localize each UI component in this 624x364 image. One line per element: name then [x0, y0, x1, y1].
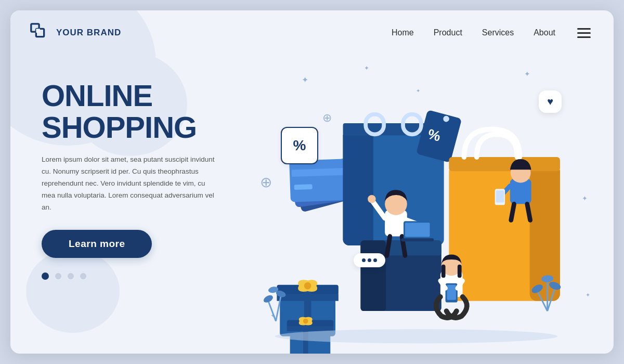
svg-rect-72 — [496, 190, 504, 202]
learn-more-button[interactable]: Learn more — [42, 230, 152, 258]
navbar: YOUR BRAND Home Product Services About — [10, 10, 614, 44]
brand-logo-icon — [29, 22, 51, 44]
svg-rect-59 — [441, 265, 446, 278]
right-panel: ✦ ✦ ✦ ✦ ✦ ✦ ✦ ⊕ ⊕ % ♥ — [250, 59, 593, 354]
nav-about[interactable]: About — [534, 28, 555, 37]
nav-home[interactable]: Home — [392, 28, 414, 37]
brand-name: YOUR BRAND — [56, 28, 121, 38]
brand: YOUR BRAND — [29, 22, 121, 44]
page-wrapper: YOUR BRAND Home Product Services About O… — [10, 10, 614, 354]
chat-bubble — [354, 253, 385, 267]
chat-dot-1 — [362, 258, 366, 262]
svg-rect-7 — [294, 184, 313, 190]
hamburger-menu[interactable] — [575, 26, 593, 40]
dot-2[interactable] — [55, 273, 61, 279]
svg-line-70 — [527, 204, 530, 220]
dot-4[interactable] — [80, 273, 86, 279]
hero-description: Lorem ipsum dolor sit amet, sea putant s… — [42, 154, 218, 214]
hamburger-line-1 — [577, 28, 591, 30]
svg-rect-55 — [405, 223, 430, 237]
hamburger-line-2 — [577, 32, 591, 34]
heart-bubble: ♥ — [539, 90, 562, 113]
dot-3[interactable] — [68, 273, 74, 279]
svg-rect-32 — [287, 326, 333, 331]
svg-rect-9 — [343, 129, 373, 245]
svg-rect-2 — [36, 29, 40, 33]
hamburger-line-3 — [577, 36, 591, 38]
svg-line-69 — [511, 204, 514, 220]
svg-rect-18 — [449, 157, 560, 171]
hero-title: ONLINE SHOPPING — [42, 80, 250, 144]
svg-rect-21 — [361, 240, 386, 311]
nav-product[interactable]: Product — [434, 28, 462, 37]
chat-dots — [362, 258, 377, 262]
carousel-dots — [42, 272, 250, 280]
nav-services[interactable]: Services — [482, 28, 514, 37]
dot-1[interactable] — [42, 272, 49, 280]
hero-title-line1: ONLINE — [42, 79, 152, 112]
svg-line-36 — [268, 301, 276, 321]
nav-links: Home Product Services About — [392, 26, 593, 40]
svg-point-73 — [275, 329, 558, 343]
svg-point-28 — [304, 282, 311, 290]
svg-rect-62 — [447, 285, 456, 300]
chat-dot-2 — [368, 258, 371, 262]
svg-line-52 — [387, 236, 390, 255]
svg-rect-60 — [458, 265, 462, 278]
hero-title-line2: SHOPPING — [42, 110, 197, 144]
svg-rect-56 — [401, 238, 434, 241]
main-content: ONLINE SHOPPING Lorem ipsum dolor sit am… — [10, 44, 614, 345]
left-panel: ONLINE SHOPPING Lorem ipsum dolor sit am… — [42, 59, 250, 280]
percent-bubble: % — [281, 127, 318, 164]
svg-rect-25 — [277, 294, 338, 301]
heart-icon: ♥ — [547, 96, 553, 107]
svg-point-50 — [368, 195, 376, 203]
chat-dot-3 — [373, 258, 377, 262]
svg-point-35 — [303, 319, 308, 324]
